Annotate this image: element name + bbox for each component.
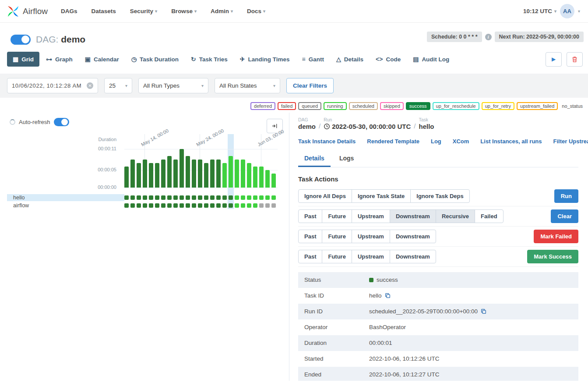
trigger-dag-button[interactable]: ▶ <box>546 52 562 67</box>
downstream-button[interactable]: Downstream <box>390 209 436 223</box>
task-instance-hello-17[interactable] <box>229 195 233 200</box>
run-bar-21[interactable] <box>253 167 257 188</box>
task-instance-airflow-8[interactable] <box>173 203 178 208</box>
tab-details[interactable]: Details <box>298 151 331 167</box>
future-button[interactable]: Future <box>322 209 352 223</box>
tab-landing-times[interactable]: ✈Landing Times <box>234 52 296 67</box>
task-instance-airflow-15[interactable] <box>216 203 221 208</box>
task-label-airflow[interactable]: airflow <box>7 202 124 209</box>
task-label-hello[interactable]: hello <box>7 194 124 201</box>
page-size-select[interactable]: 25 ▾ <box>104 78 132 93</box>
ignore-all-deps-button[interactable]: Ignore All Deps <box>298 189 352 203</box>
past-button[interactable]: Past <box>298 230 322 243</box>
run-bar-7[interactable] <box>167 156 172 188</box>
clock-dropdown[interactable]: 10:12 UTC ▾ <box>523 8 556 14</box>
link-task-instance-details[interactable]: Task Instance Details <box>298 138 356 145</box>
upstream-button[interactable]: Upstream <box>352 209 390 223</box>
recursive-button[interactable]: Recursive <box>436 209 475 223</box>
task-instance-airflow-2[interactable] <box>137 203 141 208</box>
run-bar-1[interactable] <box>130 160 135 188</box>
task-instance-hello-14[interactable] <box>210 195 215 200</box>
auto-refresh-toggle[interactable] <box>54 118 69 126</box>
run-bar-15[interactable] <box>216 160 221 188</box>
schedule-badge[interactable]: Schedule: 0 0 * * * <box>427 32 482 42</box>
nav-item-browse[interactable]: Browse▾ <box>171 8 197 14</box>
run-state-select[interactable]: All Run States ▾ <box>215 78 280 93</box>
task-instance-airflow-3[interactable] <box>143 203 147 208</box>
run-button[interactable]: Run <box>554 189 578 203</box>
tab-task-duration[interactable]: ◷Task Duration <box>126 52 184 67</box>
task-instance-airflow-5[interactable] <box>155 203 159 208</box>
tab-logs[interactable]: Logs <box>333 151 360 167</box>
task-instance-hello-7[interactable] <box>167 195 172 200</box>
task-instance-airflow-14[interactable] <box>210 203 215 208</box>
task-instance-hello-18[interactable] <box>235 195 239 200</box>
task-instance-hello-19[interactable] <box>241 195 245 200</box>
run-bar-9[interactable] <box>180 149 184 188</box>
task-instance-hello-11[interactable] <box>192 195 196 200</box>
task-instance-hello-24[interactable] <box>271 195 276 200</box>
avatar[interactable]: AA <box>560 4 574 18</box>
task-instance-hello-23[interactable] <box>265 195 270 200</box>
run-bar-11[interactable] <box>192 160 196 188</box>
clear-button[interactable]: Clear <box>551 209 578 223</box>
copy-icon[interactable] <box>481 309 486 314</box>
task-instance-airflow-22[interactable] <box>259 203 264 208</box>
nav-item-dags[interactable]: DAGs <box>61 8 77 14</box>
run-bar-2[interactable] <box>137 163 141 188</box>
run-bar-5[interactable] <box>155 163 159 188</box>
copy-icon[interactable] <box>385 293 391 298</box>
tab-gantt[interactable]: ≡Gantt <box>296 52 330 67</box>
downstream-button[interactable]: Downstream <box>390 250 436 263</box>
task-instance-hello-21[interactable] <box>253 195 257 200</box>
run-bar-14[interactable] <box>210 160 215 188</box>
task-instance-airflow-11[interactable] <box>192 203 196 208</box>
run-bar-3[interactable] <box>143 160 147 188</box>
failed-button[interactable]: Failed <box>475 209 503 223</box>
run-bar-22[interactable] <box>259 167 264 188</box>
tab-calendar[interactable]: ▣Calendar <box>79 52 125 67</box>
dag-pause-toggle[interactable] <box>11 35 31 45</box>
upstream-button[interactable]: Upstream <box>352 230 390 243</box>
task-instance-airflow-9[interactable] <box>180 203 184 208</box>
tab-task-tries[interactable]: ↻Task Tries <box>185 52 233 67</box>
run-bar-17[interactable] <box>229 156 233 188</box>
run-bar-8[interactable] <box>173 160 178 188</box>
task-instance-hello-10[interactable] <box>186 195 190 200</box>
tab-details[interactable]: △Details <box>331 52 369 67</box>
task-instance-hello-22[interactable] <box>259 195 264 200</box>
task-instance-hello-13[interactable] <box>204 195 208 200</box>
run-bar-6[interactable] <box>161 160 165 188</box>
link-list-instances-all-runs[interactable]: List Instances, all runs <box>480 138 542 145</box>
task-instance-hello-1[interactable] <box>130 195 135 200</box>
run-bar-10[interactable] <box>186 156 190 188</box>
breadcrumb-dag[interactable]: DAG demo <box>298 117 316 130</box>
tab-graph[interactable]: ⊶Graph <box>40 52 78 67</box>
task-instance-airflow-10[interactable] <box>186 203 190 208</box>
link-rendered-template[interactable]: Rendered Template <box>367 138 419 145</box>
task-instance-hello-15[interactable] <box>216 195 221 200</box>
task-instance-airflow-16[interactable] <box>222 203 227 208</box>
tab-audit-log[interactable]: ▤Audit Log <box>407 52 455 67</box>
run-bar-24[interactable] <box>271 174 276 188</box>
task-instance-hello-6[interactable] <box>161 195 165 200</box>
link-xcom[interactable]: XCom <box>453 138 469 145</box>
airflow-home-link[interactable]: Airflow <box>6 4 48 18</box>
nav-item-admin[interactable]: Admin▾ <box>211 8 233 14</box>
run-bar-4[interactable] <box>149 163 153 188</box>
ignore-task-state-button[interactable]: Ignore Task State <box>352 189 411 203</box>
task-instance-hello-5[interactable] <box>155 195 159 200</box>
task-instance-airflow-1[interactable] <box>130 203 135 208</box>
clear-filters-button[interactable]: Clear Filters <box>286 78 334 93</box>
task-instance-hello-12[interactable] <box>198 195 202 200</box>
upstream-button[interactable]: Upstream <box>352 250 390 263</box>
future-button[interactable]: Future <box>322 250 352 263</box>
run-bar-16[interactable] <box>222 163 227 188</box>
task-instance-airflow-19[interactable] <box>241 203 245 208</box>
run-bar-18[interactable] <box>235 160 239 188</box>
breadcrumb-run[interactable]: Run 2022-05-30, 00:00:00 UTC <box>324 117 411 130</box>
task-instance-airflow-6[interactable] <box>161 203 165 208</box>
task-instance-airflow-18[interactable] <box>235 203 239 208</box>
ignore-task-deps-button[interactable]: Ignore Task Deps <box>410 189 469 203</box>
task-instance-airflow-13[interactable] <box>204 203 208 208</box>
